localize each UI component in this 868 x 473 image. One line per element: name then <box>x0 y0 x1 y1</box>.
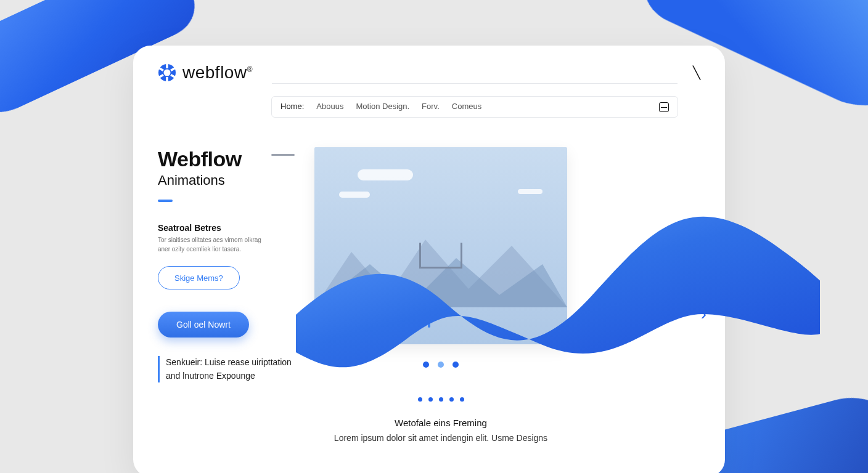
side-accent-bar <box>428 298 430 328</box>
svg-rect-5 <box>166 77 168 82</box>
hero-image <box>314 147 567 344</box>
main-content: Webflow Animations Seatroal Betres Tor s… <box>158 147 700 443</box>
pagination-dot[interactable] <box>428 397 433 402</box>
page-card: webflow® ╲ Home: Abouus Motion Design. F… <box>133 46 725 473</box>
section-description: Tor siaitises olitates aes vimom olkrag … <box>158 235 275 254</box>
tagline-block: Senkueir: Luise rease uiripttation and l… <box>158 356 293 382</box>
carousel-dots-primary <box>314 362 567 368</box>
carousel-dot[interactable] <box>423 362 429 368</box>
page-title: Webflow <box>158 147 293 171</box>
nav-home[interactable]: Home: <box>280 102 304 112</box>
pagination-dot[interactable] <box>460 397 464 402</box>
carousel-dot[interactable] <box>452 362 459 368</box>
svg-point-1 <box>164 70 171 76</box>
next-arrow-icon[interactable]: › <box>701 304 706 324</box>
secondary-button[interactable]: Skige Mems? <box>158 266 240 289</box>
cloud-decor <box>339 192 370 198</box>
pagination-dot[interactable] <box>449 397 454 402</box>
hero-visual: Wetofale eins Freming Lorem ipsum dolor … <box>314 147 567 443</box>
archive-icon[interactable] <box>659 102 669 112</box>
nav-comeus[interactable]: Comeus <box>452 102 481 112</box>
brand-logo[interactable]: webflow® <box>158 63 253 83</box>
svg-rect-2 <box>166 63 168 68</box>
bracket-icon <box>419 243 462 269</box>
footer-heading: Wetofale eins Freming <box>314 418 567 428</box>
pagination-dot[interactable] <box>418 397 422 402</box>
cloud-decor <box>518 189 542 194</box>
footer-block: Wetofale eins Freming Lorem ipsum dolor … <box>314 418 567 443</box>
nav-about[interactable]: Abouus <box>316 102 343 112</box>
nav-motion-design[interactable]: Motion Design. <box>356 102 409 112</box>
brand-name: webflow® <box>182 63 253 83</box>
nav-active-indicator <box>271 154 295 156</box>
footer-body: Lorem ipsum dolor sit amet indengin elit… <box>314 433 567 443</box>
section-heading: Seatroal Betres <box>158 223 293 233</box>
logo-icon <box>158 63 176 82</box>
cloud-decor <box>358 169 413 180</box>
nav-forv[interactable]: Forv. <box>422 102 440 112</box>
carousel-dots-secondary <box>314 397 567 402</box>
primary-cta-button[interactable]: Goll oel Nowrt <box>158 312 249 338</box>
carousel-dot-active[interactable] <box>438 362 444 368</box>
backslash-icon[interactable]: ╲ <box>693 65 700 80</box>
tagline-text: Senkueir: Luise rease uiripttation and l… <box>166 356 293 382</box>
page-subtitle: Animations <box>158 172 293 188</box>
accent-divider <box>158 200 173 202</box>
main-nav: Home: Abouus Motion Design. Forv. Comeus <box>271 96 678 118</box>
hero-left-column: Webflow Animations Seatroal Betres Tor s… <box>158 147 293 443</box>
header: webflow® ╲ <box>158 63 700 83</box>
pagination-dot[interactable] <box>439 397 443 402</box>
